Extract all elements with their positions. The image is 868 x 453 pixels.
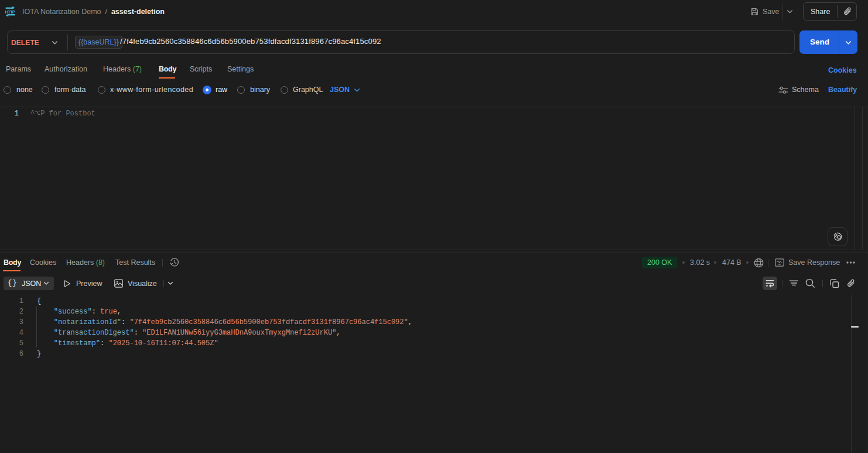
- svg-text:HTTP: HTTP: [5, 9, 16, 15]
